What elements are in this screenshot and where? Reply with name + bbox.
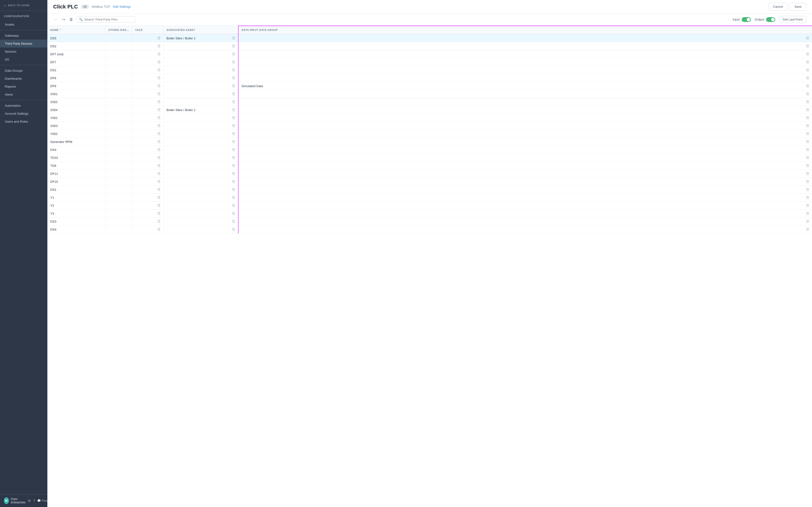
tags-list-icon[interactable]: ☰ <box>157 187 160 192</box>
name-input[interactable] <box>50 204 102 207</box>
asset-list-icon[interactable]: ☰ <box>232 203 235 208</box>
tags-list-icon[interactable]: ☰ <box>157 195 160 200</box>
asset-list-icon[interactable]: ☰ <box>232 148 235 152</box>
tags-list-icon[interactable]: ☰ <box>157 124 160 128</box>
asset-list-icon[interactable]: ☰ <box>232 44 235 48</box>
tags-list-icon[interactable]: ☰ <box>157 131 160 136</box>
asset-list-icon[interactable]: ☰ <box>232 131 235 136</box>
tags-list-icon[interactable]: ☰ <box>157 219 160 224</box>
name-input[interactable] <box>50 164 102 168</box>
asset-list-icon[interactable]: ☰ <box>232 211 235 216</box>
sidebar-item-reports[interactable]: Reports <box>0 82 47 91</box>
tags-list-icon[interactable]: ☰ <box>157 68 160 72</box>
tags-list-icon[interactable]: ☰ <box>157 60 160 64</box>
name-input[interactable] <box>50 68 102 72</box>
data-group-list-icon[interactable]: ☰ <box>806 219 809 224</box>
sidebar-item-alerts[interactable]: Alerts <box>0 91 47 99</box>
asset-list-icon[interactable]: ☰ <box>232 52 235 56</box>
data-group-list-icon[interactable]: ☰ <box>806 36 809 40</box>
output-toggle[interactable] <box>766 17 775 22</box>
cancel-button[interactable]: Cancel <box>768 3 788 10</box>
tags-list-icon[interactable]: ☰ <box>157 139 160 144</box>
tags-list-icon[interactable]: ☰ <box>157 92 160 96</box>
edit-settings-link[interactable]: Edit Settings <box>113 5 131 8</box>
name-input[interactable] <box>50 188 102 191</box>
sidebar-item-account-settings[interactable]: Account Settings <box>0 110 47 118</box>
tags-list-icon[interactable]: ☰ <box>157 36 160 40</box>
name-input[interactable] <box>50 100 102 104</box>
input-toggle[interactable] <box>742 17 751 22</box>
data-group-list-icon[interactable]: ☰ <box>806 148 809 152</box>
tags-list-icon[interactable]: ☰ <box>157 163 160 168</box>
asset-list-icon[interactable]: ☰ <box>232 187 235 192</box>
data-group-list-icon[interactable]: ☰ <box>806 179 809 184</box>
search-input[interactable] <box>84 18 133 21</box>
asset-list-icon[interactable]: ☰ <box>232 116 235 120</box>
asset-list-icon[interactable]: ☰ <box>232 76 235 80</box>
settings-icon-button[interactable]: ⚙ <box>27 498 32 503</box>
sidebar-item-dashboards[interactable]: Dashboards <box>0 74 47 82</box>
name-input[interactable] <box>50 180 102 183</box>
sidebar-item-users-and-roles[interactable]: Users and Roles <box>0 118 47 125</box>
asset-list-icon[interactable]: ☰ <box>232 171 235 176</box>
name-input[interactable] <box>50 37 102 40</box>
name-input[interactable] <box>50 196 102 200</box>
tags-list-icon[interactable]: ☰ <box>157 84 160 88</box>
tags-list-icon[interactable]: ☰ <box>157 52 160 56</box>
sidebar-item-sensors[interactable]: Sensors <box>0 48 47 56</box>
asset-list-icon[interactable]: ☰ <box>232 92 235 96</box>
data-group-list-icon[interactable]: ☰ <box>806 211 809 216</box>
name-input[interactable] <box>50 228 102 231</box>
tags-list-icon[interactable]: ☰ <box>157 227 160 231</box>
tags-list-icon[interactable]: ☰ <box>157 203 160 208</box>
sidebar-item-third-party-devices[interactable]: Third Party Devices <box>0 40 47 48</box>
tags-list-icon[interactable]: ☰ <box>157 108 160 112</box>
asset-list-icon[interactable]: ☰ <box>232 108 235 112</box>
data-group-list-icon[interactable]: ☰ <box>806 227 809 231</box>
name-input[interactable] <box>50 84 102 88</box>
tags-list-icon[interactable]: ☰ <box>157 156 160 160</box>
data-group-list-icon[interactable]: ☰ <box>806 68 809 72</box>
asset-list-icon[interactable]: ☰ <box>232 156 235 160</box>
name-input[interactable] <box>50 172 102 175</box>
data-group-list-icon[interactable]: ☰ <box>806 131 809 136</box>
data-group-list-icon[interactable]: ☰ <box>806 163 809 168</box>
sidebar-item-automation[interactable]: Automation <box>0 102 47 110</box>
help-icon-button[interactable]: ? <box>33 498 36 503</box>
sidebar-item-data-groups[interactable]: Data Groups <box>0 67 47 74</box>
name-input[interactable] <box>50 108 102 112</box>
data-group-list-icon[interactable]: ☰ <box>806 92 809 96</box>
tags-list-icon[interactable]: ☰ <box>157 76 160 80</box>
redo-button[interactable]: ↪ <box>61 16 66 22</box>
save-button[interactable]: Save <box>790 3 806 10</box>
name-input[interactable] <box>50 132 102 136</box>
name-input[interactable] <box>50 140 102 144</box>
name-input[interactable] <box>50 148 102 152</box>
asset-list-icon[interactable]: ☰ <box>232 36 235 40</box>
asset-list-icon[interactable]: ☰ <box>232 124 235 128</box>
data-group-list-icon[interactable]: ☰ <box>806 84 809 88</box>
tags-list-icon[interactable]: ☰ <box>157 171 160 176</box>
data-group-list-icon[interactable]: ☰ <box>806 76 809 80</box>
data-group-list-icon[interactable]: ☰ <box>806 156 809 160</box>
get-last-point-button[interactable]: Get Last Point <box>779 16 806 23</box>
name-input[interactable] <box>50 76 102 80</box>
name-input[interactable] <box>50 92 102 96</box>
feedback-button[interactable]: 💬 Feedback <box>37 499 48 502</box>
undo-button[interactable]: ↩ <box>53 16 59 22</box>
name-input[interactable] <box>50 124 102 128</box>
name-input[interactable] <box>50 116 102 120</box>
asset-list-icon[interactable]: ☰ <box>232 219 235 224</box>
data-group-list-icon[interactable]: ☰ <box>806 52 809 56</box>
data-group-list-icon[interactable]: ☰ <box>806 44 809 48</box>
name-input[interactable] <box>50 212 102 215</box>
asset-list-icon[interactable]: ☰ <box>232 100 235 104</box>
data-group-list-icon[interactable]: ☰ <box>806 100 809 104</box>
tags-list-icon[interactable]: ☰ <box>157 148 160 152</box>
tags-list-icon[interactable]: ☰ <box>157 116 160 120</box>
data-group-list-icon[interactable]: ☰ <box>806 195 809 200</box>
data-group-list-icon[interactable]: ☰ <box>806 203 809 208</box>
tags-list-icon[interactable]: ☰ <box>157 179 160 184</box>
name-input[interactable] <box>50 60 102 64</box>
tags-list-icon[interactable]: ☰ <box>157 211 160 216</box>
